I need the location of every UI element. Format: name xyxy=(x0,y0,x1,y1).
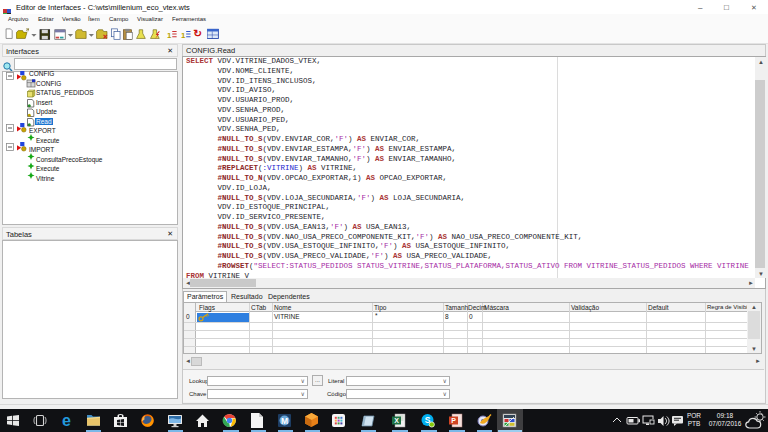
svg-text:1: 1 xyxy=(181,31,186,40)
svg-text:e: e xyxy=(62,412,71,429)
svg-text:M: M xyxy=(281,416,288,426)
svg-text:1: 1 xyxy=(167,31,172,40)
svg-text:X: X xyxy=(394,417,399,424)
svg-text:P: P xyxy=(451,417,456,424)
